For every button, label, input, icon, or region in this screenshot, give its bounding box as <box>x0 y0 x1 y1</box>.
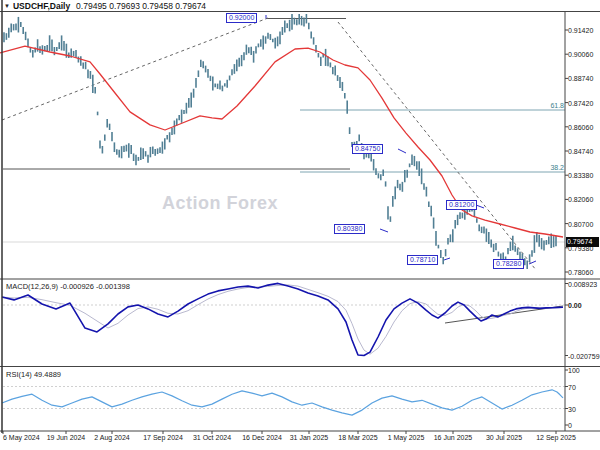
rsi-axis-label: 100 <box>568 367 580 374</box>
price-axis-label: 0.78060 <box>568 269 593 276</box>
date-axis-label: 2 Aug 2024 <box>94 434 129 441</box>
current-price-badge: 0.79674 <box>566 237 599 247</box>
price-axis-label: 0.84740 <box>568 148 593 155</box>
price-axis-label: 0.90060 <box>568 51 593 58</box>
date-axis-label: 18 Mar 2025 <box>338 434 377 441</box>
price-annotation-box[interactable]: 0.78710 <box>407 255 438 265</box>
date-axis-label: 30 Jul 2025 <box>486 434 522 441</box>
chart-title-bar: ▼USDCHF,Daily0.79495 0.79693 0.79458 0.7… <box>4 1 206 11</box>
price-axis-label: 0.86060 <box>568 123 593 130</box>
price-axis-label: 0.82060 <box>568 196 593 203</box>
price-annotation-box[interactable]: 0.92000 <box>226 13 257 23</box>
macd-axis-label: 0.008923 <box>568 280 597 287</box>
rsi-axis-label: 0 <box>568 422 572 429</box>
labels-layer: MACD(12,26,9) -0.000926 -0.001398 RSI(14… <box>0 0 600 450</box>
price-axis-label: 0.88740 <box>568 75 593 82</box>
rsi-indicator-label: RSI(14) 49.4889 <box>6 370 61 379</box>
fib-level-label: 38.2 <box>550 164 564 171</box>
price-annotation-box[interactable]: 0.78280 <box>493 259 524 269</box>
ohlc-readout: 0.79495 0.79693 0.79458 0.79674 <box>76 1 206 11</box>
price-annotation-box[interactable]: 0.84750 <box>352 144 383 154</box>
macd-indicator-label: MACD(12,26,9) -0.000926 -0.001398 <box>6 282 130 291</box>
rsi-axis-label: 70 <box>568 383 576 390</box>
rsi-axis-label: 30 <box>568 405 576 412</box>
chevron-down-icon[interactable]: ▼ <box>4 3 10 9</box>
date-axis-label: 19 Jun 2024 <box>47 434 86 441</box>
price-axis-label: 0.87420 <box>568 99 593 106</box>
macd-axis-label: 0.00 <box>568 302 582 309</box>
date-axis-label: 12 Sep 2025 <box>536 434 576 441</box>
date-axis-label: 31 Oct 2024 <box>193 434 231 441</box>
price-annotation-box[interactable]: 0.80380 <box>334 224 365 234</box>
date-axis-label: 6 May 2024 <box>3 434 40 441</box>
symbol-timeframe-label: USDCHF,Daily <box>13 1 70 11</box>
price-axis-label: 0.91420 <box>568 27 593 34</box>
macd-axis-label: -0.020759 <box>568 352 600 359</box>
price-annotation-box[interactable]: 0.81200 <box>446 200 477 210</box>
date-axis-label: 1 May 2025 <box>388 434 425 441</box>
date-axis-label: 17 Sep 2024 <box>143 434 183 441</box>
date-axis-label: 16 Dec 2024 <box>242 434 282 441</box>
date-axis-label: 31 Jan 2025 <box>290 434 329 441</box>
date-axis-label: 16 Jun 2025 <box>434 434 473 441</box>
chart-window: Action Forex ▼USDCHF,Daily0.79495 0.7969… <box>0 0 600 450</box>
price-axis-label: 0.80700 <box>568 220 593 227</box>
price-axis-label: 0.83380 <box>568 172 593 179</box>
fib-level-label: 61.8 <box>550 102 564 109</box>
